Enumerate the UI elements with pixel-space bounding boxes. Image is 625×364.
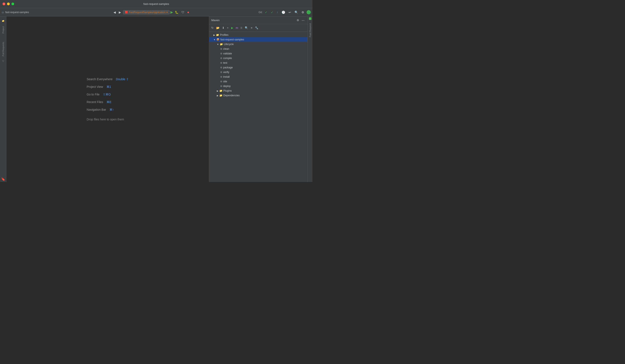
deploy-label: deploy (223, 85, 231, 88)
validate-label: validate (223, 52, 232, 55)
hint-label-search: Search Everywhere (87, 77, 112, 81)
pull-requests-icon[interactable]: ⑂ (1, 59, 5, 64)
compile-label: compile (223, 57, 232, 60)
hint-project-view: Project View ⌘1 (87, 85, 111, 89)
tree-item-clean[interactable]: ⚙ clean (209, 47, 308, 51)
bookmarks-icon[interactable]: 🔖 (0, 176, 6, 182)
hint-key-goto: ⇧⌘O (103, 93, 111, 96)
plugins-folder-icon: 📁 (219, 89, 222, 92)
main-toolbar: 🗂 fast-request-samples ◀ ▶ 🟥 FastRequest… (0, 8, 312, 17)
package-label: package (223, 66, 233, 69)
debug-button[interactable]: 🐛 (174, 10, 180, 15)
maven-search[interactable]: 🔍 (244, 26, 249, 30)
compile-gear-icon: ⚙ (220, 57, 222, 60)
maven-open-file[interactable]: 📂 (215, 26, 220, 30)
tree-item-profiles[interactable]: ▶ 📁 Profiles (209, 32, 308, 37)
back-button[interactable]: ◀ (112, 10, 117, 15)
profile-button[interactable] (307, 10, 311, 14)
fast-request-samples-label: fast-request-samples (220, 38, 244, 41)
hint-key-search: Double ⇧ (116, 77, 128, 81)
fast-request-expand-icon: ▼ (213, 38, 216, 41)
sidebar-label-pull-requests[interactable]: Pull Requests (1, 40, 5, 58)
window-controls[interactable] (2, 2, 14, 5)
git-checkmark1[interactable]: ✓ (264, 10, 268, 15)
maven-collapse[interactable]: — (301, 18, 305, 22)
git-label: Git: (258, 11, 263, 14)
main-container: 📁 Project Pull Requests ⑂ 🔖 Search Every… (0, 17, 312, 182)
clean-label: clean (223, 47, 229, 50)
tree-item-fast-request-samples[interactable]: ▼ 📦 fast-request-samples (209, 37, 308, 42)
hint-goto-file: Go to File ⇧⌘O (87, 93, 111, 96)
run-config-label: FastRequestSamplesApplication (129, 11, 165, 14)
verify-label: verify (223, 71, 229, 74)
run-config-chevron: ▾ (166, 11, 168, 14)
maven-header: Maven ⚙ — (209, 17, 308, 24)
tree-item-install[interactable]: ⚙ install (209, 74, 308, 79)
maven-toggle[interactable]: ⁞⁞ (240, 26, 243, 30)
sidebar-label-project[interactable]: Project (1, 25, 5, 35)
maven-filter[interactable]: ≡ (250, 26, 253, 30)
install-gear-icon: ⚙ (220, 76, 222, 78)
sidebar-item-project[interactable]: 📁 (1, 18, 5, 24)
hint-drop-label: Drop files here to open them (87, 118, 124, 121)
clean-gear-icon: ⚙ (220, 48, 222, 50)
stop-button[interactable]: ■ (186, 10, 190, 15)
hint-search-everywhere: Search Everywhere Double ⇧ (87, 77, 128, 81)
dependencies-label: Dependencies (223, 94, 240, 97)
maximize-button[interactable] (11, 2, 14, 5)
close-button[interactable] (2, 2, 5, 5)
forward-button[interactable]: ▶ (118, 10, 122, 15)
maven-m[interactable]: m (235, 26, 239, 30)
plugins-label: Plugins (223, 89, 232, 92)
tree-item-validate[interactable]: ⚙ validate (209, 51, 308, 56)
git-history[interactable]: 🕐 (281, 10, 286, 15)
tree-item-deploy[interactable]: ⚙ deploy (209, 84, 308, 89)
coverage-button[interactable]: 🛡 (180, 10, 186, 15)
tree-item-package[interactable]: ⚙ package (209, 65, 308, 70)
maven-run[interactable]: ▶ (230, 26, 234, 30)
profiles-folder-icon: 📁 (216, 33, 219, 36)
maven-header-actions: ⚙ — (296, 18, 305, 22)
maven-download[interactable]: ⬇ (221, 26, 225, 30)
tree-item-compile[interactable]: ⚙ compile (209, 56, 308, 61)
package-gear-icon: ⚙ (220, 66, 222, 69)
toolbar-center: ◀ ▶ 🟥 FastRequestSamplesApplication ▾ ▶ … (45, 10, 258, 15)
deploy-gear-icon: ⚙ (220, 85, 222, 88)
tree-item-dependencies[interactable]: ▶ 📁 Dependencies (209, 93, 308, 98)
maven-settings[interactable]: ⚙ (296, 18, 300, 22)
test-label: test (223, 61, 227, 64)
maven-panel: Maven ⚙ — ↻ 📂 ⬇ + ▶ m ⁞⁞ 🔍 ≡ 🔧 (209, 17, 308, 182)
right-side-strip: Fast Request (308, 17, 312, 182)
tree-item-plugins[interactable]: ▶ 📁 Plugins (209, 89, 308, 93)
validate-gear-icon: ⚙ (220, 52, 222, 55)
window-title: fast-request-samples (143, 2, 169, 5)
left-sidebar-strip: 📁 Project Pull Requests ⑂ 🔖 (0, 17, 6, 182)
minimize-button[interactable] (7, 2, 10, 5)
git-revert[interactable]: ↩ (287, 10, 292, 15)
sidebar-label-fast-request[interactable]: Fast Request (309, 22, 312, 39)
hint-label-recent: Recent Files (87, 100, 103, 104)
tree-item-site[interactable]: ⚙ site (209, 79, 308, 84)
editor-hints: Search Everywhere Double ⇧ Project View … (87, 77, 128, 121)
search-everywhere-button[interactable]: 🔍 (293, 10, 299, 15)
tree-item-test[interactable]: ⚙ test (209, 61, 308, 65)
git-push[interactable]: ↑ (276, 10, 279, 15)
tree-item-verify[interactable]: ⚙ verify (209, 70, 308, 74)
toolbar-right: Git: ✓ ✓ ↑ 🕐 ↩ 🔍 ⚙ (258, 10, 311, 15)
maven-refresh[interactable]: ↻ (211, 26, 215, 30)
test-gear-icon: ⚙ (220, 61, 222, 64)
maven-add[interactable]: + (226, 26, 229, 30)
tree-item-lifecycle[interactable]: ▼ 📁 Lifecycle (209, 42, 308, 47)
git-checkmark2[interactable]: ✓ (270, 10, 274, 15)
maven-title: Maven (211, 19, 219, 22)
right-panel-container: Maven ⚙ — ↻ 📂 ⬇ + ▶ m ⁞⁞ 🔍 ≡ 🔧 (209, 17, 312, 182)
toolbar-project: 🗂 fast-request-samples (2, 11, 44, 14)
run-button[interactable]: ▶ (170, 10, 173, 14)
verify-gear-icon: ⚙ (220, 71, 222, 74)
maven-toolbar: ↻ 📂 ⬇ + ▶ m ⁞⁞ 🔍 ≡ 🔧 (209, 24, 308, 32)
run-configuration[interactable]: 🟥 FastRequestSamplesApplication ▾ (123, 10, 169, 14)
plugins-expand-icon: ▶ (217, 90, 219, 92)
hint-label-nav: Navigation Bar (87, 108, 106, 111)
maven-wrench[interactable]: 🔧 (254, 26, 259, 30)
settings-button[interactable]: ⚙ (300, 10, 305, 15)
